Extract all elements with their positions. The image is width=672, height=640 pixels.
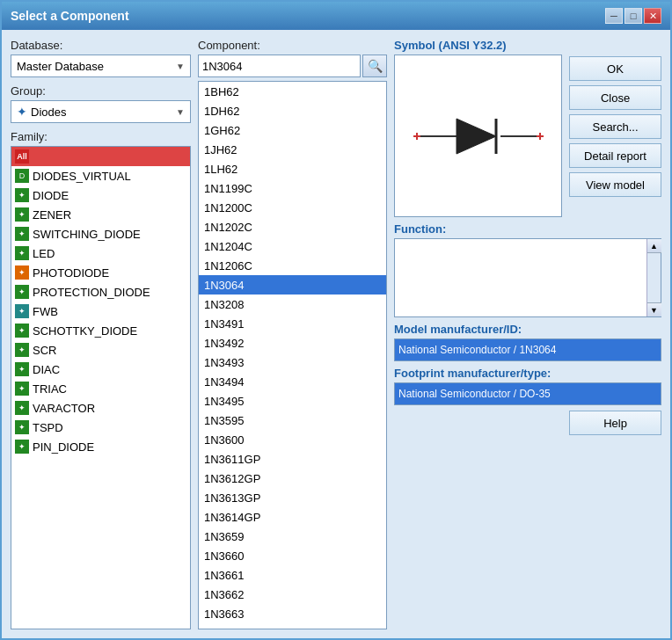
family-item-scr[interactable]: ✦SCR bbox=[11, 340, 190, 360]
component-item[interactable]: 1N3595 bbox=[199, 411, 386, 430]
component-item[interactable]: 1BH62 bbox=[199, 82, 386, 101]
group-label: Group: bbox=[11, 84, 191, 98]
component-item[interactable]: 1N3662 bbox=[199, 585, 386, 604]
component-item[interactable]: 1N1204C bbox=[199, 236, 386, 256]
footprint-section: Footprint manufacturer/type: National Se… bbox=[394, 367, 661, 405]
family-item-led[interactable]: ✦LED bbox=[11, 244, 190, 263]
family-label-diode: DIODE bbox=[33, 189, 69, 202]
family-icon-protection: ✦ bbox=[15, 285, 29, 299]
component-item[interactable]: 1N3491 bbox=[199, 314, 386, 333]
component-search-button[interactable]: 🔍 bbox=[362, 55, 387, 77]
scroll-down-button[interactable]: ▼ bbox=[647, 302, 661, 316]
component-item[interactable]: 1N3659 bbox=[199, 527, 386, 546]
database-label: Database: bbox=[11, 39, 191, 52]
right-area: Symbol (ANSI Y32.2) bbox=[394, 39, 661, 629]
component-item[interactable]: 1LH62 bbox=[199, 159, 386, 178]
symbol-label: Symbol (ANSI Y32.2) bbox=[394, 39, 562, 52]
component-item[interactable]: 1JH62 bbox=[199, 140, 386, 159]
component-item[interactable]: 1GH62 bbox=[199, 120, 386, 140]
family-label-diodes_virtual: DIODES_VIRTUAL bbox=[33, 170, 131, 183]
family-label-tspd: TSPD bbox=[33, 421, 63, 434]
family-item-all[interactable]: All bbox=[11, 147, 190, 166]
family-item-photodiode[interactable]: ✦PHOTODIODE bbox=[11, 263, 190, 282]
component-item[interactable]: 1N3064 bbox=[199, 275, 386, 295]
scroll-up-button[interactable]: ▲ bbox=[647, 239, 661, 253]
family-item-diode[interactable]: ✦DIODE bbox=[11, 185, 190, 205]
component-item[interactable]: 1N1200C bbox=[199, 198, 386, 217]
component-item[interactable]: 1N3614GP bbox=[199, 507, 386, 527]
title-bar: Select a Component ─ □ ✕ bbox=[2, 2, 670, 30]
component-item[interactable]: 1N3611GP bbox=[199, 449, 386, 469]
database-dropdown-arrow: ▼ bbox=[176, 62, 185, 71]
help-button[interactable]: Help bbox=[569, 411, 661, 435]
family-label-fwb: FWB bbox=[33, 305, 58, 318]
component-item[interactable]: 1N3612GP bbox=[199, 469, 386, 488]
component-item[interactable]: 1N3492 bbox=[199, 333, 386, 353]
family-item-triac[interactable]: ✦TRIAC bbox=[11, 379, 190, 398]
family-icon-tspd: ✦ bbox=[15, 420, 29, 434]
group-dropdown[interactable]: ✦ Diodes ▼ bbox=[11, 100, 191, 123]
family-icon-diode: ✦ bbox=[15, 188, 29, 202]
family-section: Family: AllDDIODES_VIRTUAL✦DIODE✦ZENER✦S… bbox=[11, 130, 191, 629]
component-item[interactable]: 1N3495 bbox=[199, 391, 386, 411]
family-label-scr: SCR bbox=[33, 344, 56, 357]
family-icon-zener: ✦ bbox=[15, 207, 29, 222]
component-list[interactable]: 1BH621DH621GH621JH621LH621N1199C1N1200C1… bbox=[198, 81, 387, 629]
family-item-switching[interactable]: ✦SWITCHING_DIODE bbox=[11, 224, 190, 244]
component-item[interactable]: 1N1202C bbox=[199, 217, 386, 236]
component-item[interactable]: 1N1199C bbox=[199, 178, 386, 198]
view-model-button[interactable]: View model bbox=[569, 172, 661, 197]
family-item-varactor[interactable]: ✦VARACTOR bbox=[11, 398, 190, 418]
search-button[interactable]: Search... bbox=[569, 114, 661, 139]
component-item[interactable]: 1N1206C bbox=[199, 256, 386, 275]
function-label: Function: bbox=[394, 222, 661, 236]
family-label: Family: bbox=[11, 130, 191, 143]
component-item[interactable]: 1N3208 bbox=[199, 295, 386, 314]
family-icon-varactor: ✦ bbox=[15, 401, 29, 415]
family-label-zener: ZENER bbox=[33, 208, 71, 222]
family-label-photodiode: PHOTODIODE bbox=[33, 266, 109, 280]
family-item-schottky[interactable]: ✦SCHOTTKY_DIODE bbox=[11, 321, 190, 340]
database-dropdown[interactable]: Master Database ▼ bbox=[11, 55, 191, 77]
component-item[interactable]: 1N3493 bbox=[199, 353, 386, 372]
family-item-protection[interactable]: ✦PROTECTION_DIODE bbox=[11, 282, 190, 302]
family-icon-pin_diode: ✦ bbox=[15, 440, 29, 454]
symbol-buttons-row: Symbol (ANSI Y32.2) bbox=[394, 39, 661, 217]
family-label-diac: DIAC bbox=[33, 363, 60, 376]
model-section: Model manufacturer/ID: National Semicond… bbox=[394, 323, 661, 361]
minimize-button[interactable]: ─ bbox=[605, 8, 623, 24]
family-item-diodes_virtual[interactable]: DDIODES_VIRTUAL bbox=[11, 166, 190, 185]
family-item-pin_diode[interactable]: ✦PIN_DIODE bbox=[11, 437, 190, 456]
help-area: Help bbox=[394, 411, 661, 435]
component-item[interactable]: 1N3661 bbox=[199, 565, 386, 585]
family-item-tspd[interactable]: ✦TSPD bbox=[11, 418, 190, 437]
family-icon-triac: ✦ bbox=[15, 382, 29, 396]
family-item-fwb[interactable]: ✦FWB bbox=[11, 302, 190, 321]
family-icon-fwb: ✦ bbox=[15, 304, 29, 318]
component-item[interactable]: 1N3600 bbox=[199, 430, 386, 449]
component-item[interactable]: 1DH62 bbox=[199, 101, 386, 120]
component-item[interactable]: 1N3613GP bbox=[199, 488, 386, 507]
svg-marker-2 bbox=[457, 119, 496, 154]
component-item[interactable]: 1N3494 bbox=[199, 372, 386, 391]
function-scrollbar: ▲ ▼ bbox=[646, 239, 661, 316]
database-value: Master Database bbox=[17, 60, 104, 73]
close-dialog-button[interactable]: Close bbox=[569, 85, 661, 110]
footprint-label: Footprint manufacturer/type: bbox=[394, 367, 661, 380]
family-icon-diodes_virtual: D bbox=[15, 169, 29, 183]
detail-report-button[interactable]: Detail report bbox=[569, 143, 661, 168]
component-item[interactable]: 1N3660 bbox=[199, 546, 386, 565]
family-icon-schottky: ✦ bbox=[15, 324, 29, 338]
diode-symbol bbox=[408, 101, 549, 171]
component-item[interactable]: 1N3663 bbox=[199, 604, 386, 623]
model-value: National Semiconductor / 1N3064 bbox=[394, 338, 661, 361]
ok-button[interactable]: OK bbox=[569, 56, 661, 81]
family-icon-all: All bbox=[15, 149, 29, 164]
family-item-diac[interactable]: ✦DIAC bbox=[11, 360, 190, 379]
maximize-button[interactable]: □ bbox=[625, 8, 642, 24]
symbol-section: Symbol (ANSI Y32.2) bbox=[394, 39, 562, 217]
component-input[interactable] bbox=[198, 55, 361, 77]
component-input-row: 🔍 bbox=[198, 55, 387, 77]
close-button[interactable]: ✕ bbox=[644, 8, 661, 24]
family-item-zener[interactable]: ✦ZENER bbox=[11, 205, 190, 224]
